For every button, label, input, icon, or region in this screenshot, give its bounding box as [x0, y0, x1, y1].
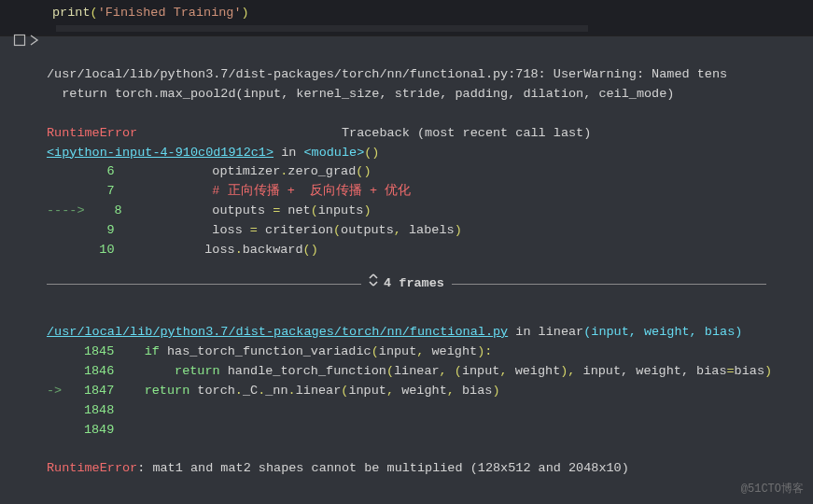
ipython-input-link[interactable]: <ipython-input-4-910c0d1912c1> — [47, 146, 273, 160]
cell-output-lower: /usr/local/lib/python3.7/dist-packages/t… — [0, 303, 813, 484]
code-cell-input[interactable]: print('Finished Training') — [0, 0, 813, 36]
trace-arrow: -> — [47, 384, 69, 398]
line-number: 1848 — [69, 401, 114, 421]
traceback-heading: Traceback (most recent call last) — [137, 126, 591, 140]
line-number: 1845 — [69, 343, 114, 362]
functional-py-link[interactable]: /usr/local/lib/python3.7/dist-packages/t… — [47, 325, 508, 339]
linear-args: (input, weight, bias) — [583, 325, 742, 339]
token-print: print — [52, 6, 91, 20]
line-number: 1846 — [69, 362, 114, 382]
token-string: 'Finished Training' — [98, 6, 242, 20]
module-label: <module> — [303, 146, 364, 160]
line-number: 1847 — [69, 382, 114, 401]
cell-output: /usr/local/lib/python3.7/dist-packages/t… — [0, 36, 813, 266]
line-number: 6 — [85, 162, 115, 182]
line-number: 8 — [92, 202, 122, 221]
horizontal-scrollbar[interactable] — [56, 25, 588, 32]
final-runtime-error: RuntimeError — [47, 461, 137, 475]
line-number: 1849 — [69, 421, 114, 441]
frames-count: 4 frames — [384, 274, 444, 294]
expand-icon — [369, 273, 378, 294]
runtime-error-heading: RuntimeError — [47, 126, 137, 140]
line-number: 9 — [85, 221, 115, 241]
final-error-message: : mat1 and mat2 shapes cannot be multipl… — [137, 461, 629, 475]
userwarning-return: return torch.max_pool2d(input, kernel_si… — [47, 87, 674, 101]
frames-separator[interactable]: 4 frames — [0, 266, 813, 303]
trace-arrow: ----> — [47, 203, 92, 217]
watermark-text: @51CTO博客 — [741, 481, 804, 498]
line-number: 10 — [85, 241, 115, 260]
userwarning-path: /usr/local/lib/python3.7/dist-packages/t… — [47, 67, 727, 81]
line-number: 7 — [85, 182, 115, 202]
